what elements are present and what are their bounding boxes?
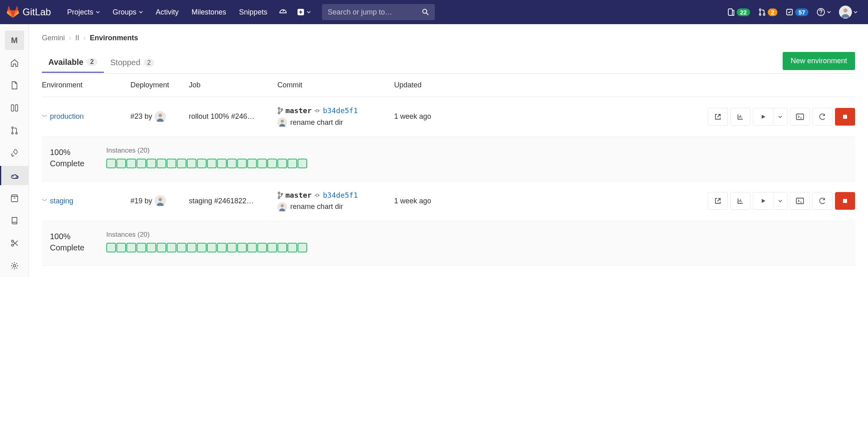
commit-sha-link[interactable]: b34de5f1 <box>323 105 358 117</box>
instance-cell[interactable] <box>217 159 227 168</box>
instance-cell[interactable] <box>187 159 196 168</box>
instance-cell[interactable] <box>287 243 297 252</box>
deploy-button[interactable] <box>753 108 773 126</box>
instance-cell[interactable] <box>207 159 217 168</box>
user-avatar[interactable] <box>277 202 287 212</box>
open-live-button[interactable] <box>708 192 728 210</box>
breadcrumb-link[interactable]: Gemini <box>42 34 65 42</box>
nav-plus-button[interactable] <box>292 8 316 16</box>
sidebar-home[interactable] <box>5 53 24 72</box>
nav-activity[interactable]: Activity <box>149 8 185 17</box>
branch-name[interactable]: master <box>285 190 312 201</box>
nav-snippets[interactable]: Snippets <box>233 8 274 17</box>
redeploy-button[interactable] <box>812 108 833 126</box>
instance-cell[interactable] <box>237 159 247 168</box>
instance-cell[interactable] <box>126 159 136 168</box>
instance-cell[interactable] <box>177 159 186 168</box>
instance-cell[interactable] <box>187 243 196 252</box>
nav-groups[interactable]: Groups <box>106 8 149 17</box>
tab-available[interactable]: Available2 <box>42 53 104 73</box>
search-box[interactable] <box>322 4 435 20</box>
instance-cell[interactable] <box>147 243 156 252</box>
monitoring-button[interactable] <box>730 192 750 210</box>
instance-cell[interactable] <box>207 243 217 252</box>
instance-cell[interactable] <box>277 159 287 168</box>
instance-cell[interactable] <box>267 243 277 252</box>
instance-cell[interactable] <box>126 243 136 252</box>
sidebar-packages[interactable] <box>5 188 24 208</box>
instance-cell[interactable] <box>106 159 116 168</box>
user-avatar[interactable] <box>277 118 287 127</box>
environment-name-link[interactable]: ﹀production <box>42 112 130 121</box>
issues-counter[interactable]: 57 <box>781 8 812 16</box>
deploy-dropdown[interactable] <box>773 192 787 210</box>
instance-cell[interactable] <box>197 159 207 168</box>
commit-message[interactable]: rename chart dir <box>290 117 343 128</box>
user-menu[interactable] <box>835 6 862 19</box>
sidebar-issues[interactable] <box>5 98 24 118</box>
nav-milestones[interactable]: Milestones <box>185 8 233 17</box>
sidebar-mrs[interactable] <box>5 121 24 140</box>
instance-cell[interactable] <box>157 243 166 252</box>
breadcrumb-link[interactable]: II <box>75 34 79 42</box>
instance-cell[interactable] <box>277 243 287 252</box>
commit-sha-link[interactable]: b34de5f1 <box>323 190 358 201</box>
instance-cell[interactable] <box>106 243 116 252</box>
instance-cell[interactable] <box>136 243 146 252</box>
instance-cell[interactable] <box>227 243 237 252</box>
instance-cell[interactable] <box>177 243 186 252</box>
instance-cell[interactable] <box>298 243 307 252</box>
mr-counter[interactable]: 2 <box>754 8 781 16</box>
instance-cell[interactable] <box>237 243 247 252</box>
open-live-button[interactable] <box>708 108 728 126</box>
instance-cell[interactable] <box>136 159 146 168</box>
instance-cell[interactable] <box>247 159 257 168</box>
instance-cell[interactable] <box>116 159 126 168</box>
instance-cell[interactable] <box>267 159 277 168</box>
sidebar-snippets[interactable] <box>5 234 24 253</box>
monitoring-button[interactable] <box>730 108 750 126</box>
sidebar-cicd[interactable] <box>5 143 24 163</box>
instance-cell[interactable] <box>167 243 176 252</box>
nav-projects[interactable]: Projects <box>61 8 106 17</box>
svg-point-31 <box>278 192 280 194</box>
new-environment-button[interactable]: New environment <box>783 52 855 70</box>
instance-cell[interactable] <box>147 159 156 168</box>
gitlab-logo[interactable]: GitLab <box>6 6 51 19</box>
commit-message[interactable]: rename chart dir <box>290 201 343 213</box>
instance-cell[interactable] <box>287 159 297 168</box>
instance-cell[interactable] <box>116 243 126 252</box>
user-avatar[interactable] <box>155 195 166 207</box>
todos-counter[interactable]: 22 <box>723 8 754 16</box>
redeploy-button[interactable] <box>812 192 833 210</box>
environment-name-link[interactable]: ﹀staging <box>42 197 130 205</box>
instance-cell[interactable] <box>298 159 307 168</box>
instance-cell[interactable] <box>257 159 267 168</box>
deploy-button[interactable] <box>753 192 773 210</box>
search-input[interactable] <box>328 8 422 17</box>
deploy-dropdown[interactable] <box>773 108 787 126</box>
stop-button[interactable] <box>835 108 855 126</box>
tab-stopped[interactable]: Stopped2 <box>104 53 161 72</box>
sidebar-wiki[interactable] <box>5 211 24 230</box>
instance-cell[interactable] <box>227 159 237 168</box>
nav-dashboard-icon[interactable] <box>274 8 292 17</box>
job-link[interactable]: staging #2461822… <box>189 197 277 205</box>
branch-name[interactable]: master <box>285 105 312 117</box>
project-avatar[interactable]: M <box>5 31 24 50</box>
help-button[interactable] <box>812 8 835 17</box>
instance-cell[interactable] <box>247 243 257 252</box>
sidebar-repo[interactable] <box>5 76 24 95</box>
sidebar-settings[interactable] <box>5 256 24 275</box>
job-link[interactable]: rollout 100% #246… <box>189 112 277 121</box>
instance-cell[interactable] <box>257 243 267 252</box>
sidebar-operations[interactable] <box>0 166 29 185</box>
terminal-button[interactable] <box>790 108 810 126</box>
stop-button[interactable] <box>835 192 855 210</box>
instance-cell[interactable] <box>197 243 207 252</box>
instance-cell[interactable] <box>167 159 176 168</box>
terminal-button[interactable] <box>790 192 810 210</box>
instance-cell[interactable] <box>217 243 227 252</box>
instance-cell[interactable] <box>157 159 166 168</box>
user-avatar[interactable] <box>155 111 166 122</box>
